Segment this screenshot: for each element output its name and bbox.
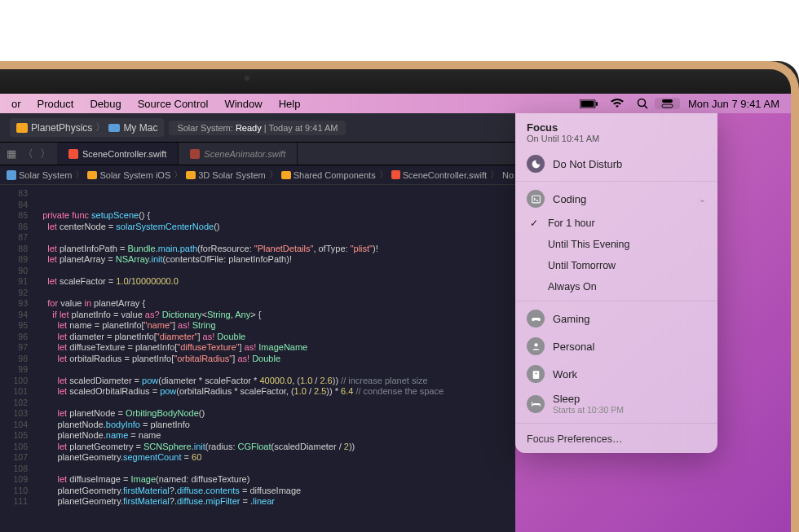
focus-sleep[interactable]: SleepStarts at 10:30 PM — [515, 388, 717, 420]
focus-personal[interactable]: Personal — [515, 332, 717, 360]
swift-icon — [68, 149, 78, 159]
spotlight-icon[interactable] — [630, 98, 655, 109]
focus-title: Focus — [527, 121, 706, 134]
focus-for-1-hour[interactable]: ✓For 1 hour — [515, 213, 717, 234]
svg-rect-7 — [532, 196, 540, 203]
gamepad-icon — [527, 310, 545, 328]
control-center-icon[interactable] — [655, 98, 680, 109]
project-icon — [16, 123, 28, 133]
nav-forward-button[interactable]: 〉 — [40, 147, 51, 161]
tab-sceneanimator[interactable]: SceneAnimator.swift — [179, 143, 298, 165]
focus-coding[interactable]: Coding ⌄ — [515, 185, 717, 213]
svg-rect-5 — [662, 99, 673, 103]
focus-panel: Focus On Until 10:41 AM Do Not Disturb C… — [515, 113, 717, 453]
focus-gaming[interactable]: Gaming — [515, 305, 717, 332]
menu-debug[interactable]: Debug — [82, 98, 129, 110]
panel-icon[interactable]: ▦ — [7, 147, 16, 160]
focus-always-on[interactable]: Always On — [515, 276, 717, 297]
code-editor[interactable]: 8384858687888990919293949596979899100101… — [0, 185, 515, 532]
jump-bar[interactable]: Solar System〉 Solar System iOS〉 3D Solar… — [0, 165, 515, 185]
svg-point-3 — [638, 99, 645, 107]
person-icon — [527, 337, 545, 355]
code-content[interactable]: private func setupScene() { let centerNo… — [34, 185, 515, 532]
menu-window[interactable]: Window — [216, 98, 270, 110]
target-name: My Mac — [123, 122, 157, 134]
tab-scenecontroller[interactable]: SceneController.swift — [57, 143, 179, 165]
moon-icon — [527, 155, 545, 173]
focus-preferences[interactable]: Focus Preferences… — [515, 427, 717, 451]
menubar-clock[interactable]: Mon Jun 7 9:41 AM — [680, 98, 788, 110]
xcode-toolbar: PlanetPhysics 〉 My Mac Solar System: Rea… — [0, 113, 515, 143]
menu-item[interactable]: or — [3, 98, 29, 110]
target-icon — [108, 124, 120, 132]
chevron-down-icon: ⌄ — [699, 194, 706, 204]
swift-icon — [190, 149, 200, 159]
terminal-icon — [527, 190, 545, 208]
scheme-name: PlanetPhysics — [31, 122, 92, 134]
focus-until-tomorrow[interactable]: Until Tomorrow — [515, 255, 717, 276]
svg-rect-2 — [596, 102, 598, 106]
focus-work[interactable]: Work — [515, 360, 717, 388]
focus-dnd[interactable]: Do Not Disturb — [515, 150, 717, 178]
svg-rect-1 — [580, 100, 594, 107]
sleep-subtitle: Starts at 10:30 PM — [553, 405, 624, 415]
line-gutter: 8384858687888990919293949596979899100101… — [0, 185, 34, 532]
bed-icon — [527, 395, 545, 413]
menu-product[interactable]: Product — [29, 98, 82, 110]
focus-until-evening[interactable]: Until This Evening — [515, 234, 717, 255]
build-status: Solar System: Ready | Today at 9:41 AM — [169, 121, 346, 135]
svg-point-10 — [535, 372, 536, 374]
svg-rect-6 — [662, 104, 673, 108]
svg-point-8 — [534, 343, 537, 346]
menu-help[interactable]: Help — [271, 98, 309, 110]
check-icon: ✓ — [530, 218, 538, 229]
badge-icon — [527, 365, 545, 383]
wifi-icon[interactable] — [604, 99, 630, 108]
svg-rect-9 — [532, 371, 539, 379]
menubar: or Product Debug Source Control Window H… — [0, 94, 791, 113]
xcode-window: PlanetPhysics 〉 My Mac Solar System: Rea… — [0, 113, 515, 532]
nav-back-button[interactable]: 〈 — [23, 147, 33, 161]
scheme-selector[interactable]: PlanetPhysics 〉 My Mac — [10, 118, 164, 137]
editor-tabs: ▦ 〈 〉 SceneController.swift SceneAnimato… — [0, 143, 515, 165]
svg-line-4 — [644, 106, 647, 109]
focus-subtitle: On Until 10:41 AM — [527, 134, 706, 143]
battery-icon[interactable] — [573, 99, 604, 108]
menu-source-control[interactable]: Source Control — [130, 98, 217, 110]
